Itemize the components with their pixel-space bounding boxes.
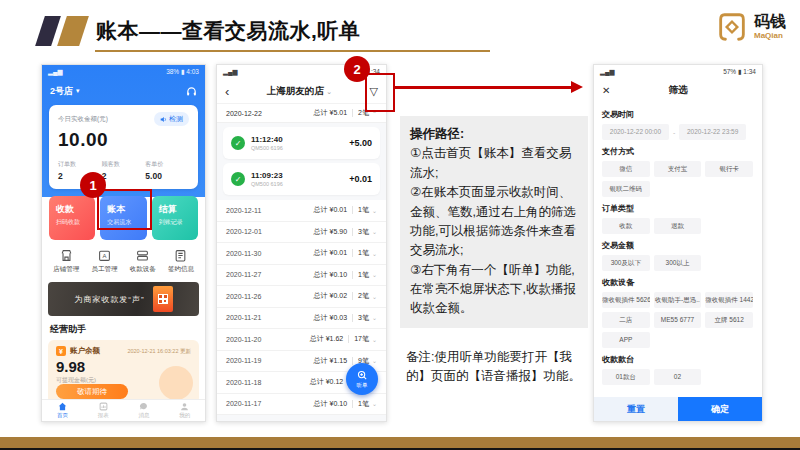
filter-chip[interactable]: 微收银插件 5626 [602, 292, 650, 308]
status-icons-right: 57% ▮ 1:34 [723, 68, 756, 76]
chevron-down-icon: ⌄ [372, 207, 377, 214]
day-row[interactable]: 2020-11-27总计 ¥0.101笔⌄ [217, 265, 386, 287]
day-summary-row[interactable]: 2020-12-22 总计 ¥5.01 2笔 ⌃ [217, 103, 386, 123]
deco-parallelogram-gold [57, 16, 89, 46]
day-row[interactable]: 2020-11-17总计 ¥0.101笔⌄ [217, 394, 386, 416]
day-row[interactable]: 2020-11-20总计 ¥1.6217笔⌄ [217, 329, 386, 351]
home-icon [58, 402, 67, 411]
profile-icon [180, 402, 189, 411]
filter-chip[interactable]: 立牌 5612 [705, 312, 753, 328]
wechat-pay-icon: ✓ [231, 136, 245, 150]
storefront-icon [60, 249, 73, 262]
coming-soon-button[interactable]: 敬请期待 [56, 384, 128, 399]
filter-chip[interactable]: 微信 [602, 161, 650, 177]
operation-path-notes: 操作路径: ①点击首页【账本】查看交易流水; ②在账本页面显示收款时间、金额、笔… [400, 116, 588, 328]
notes-step2: ②在账本页面显示收款时间、金额、笔数,通过右上角的筛选功能,可以根据筛选条件来查… [410, 185, 576, 257]
tab-messages[interactable]: 消息 [124, 400, 165, 421]
remark-note: 备注:使用听单功能要打开【我的】页面的【语音播报】功能。 [406, 348, 586, 387]
action-collect[interactable]: 收款 扫码收款 [49, 196, 95, 240]
slide: 账本——查看交易流水,听单 码钱 MaQian ▂▄▆ 38% ▮ 4:03 2… [0, 0, 800, 450]
headset-icon[interactable] [186, 86, 197, 97]
day-row[interactable]: 2020-11-30总计 ¥0.011笔⌄ [217, 243, 386, 265]
action-settlement[interactable]: 结算 到账记录 [152, 196, 198, 240]
tx-device: QM500 6196 [251, 181, 343, 187]
chevron-down-icon: ⌄ [372, 271, 377, 278]
filter-chip[interactable]: 退款 [654, 218, 702, 234]
shortcut-store-mgmt[interactable]: 店铺管理 [53, 249, 79, 274]
reset-button[interactable]: 重置 [594, 397, 678, 421]
balance-card: ¥ 账户余额 2020-12-21 16:03:22 更新 9.98 可提现金额… [48, 340, 199, 404]
filter-chip[interactable]: 支付宝 [654, 161, 702, 177]
status-bar: ▂▄▆ 57% ▮ 1:34 [594, 65, 762, 79]
time-to-chip[interactable]: 2020-12-22 23:59 [679, 124, 746, 140]
deco-parallelogram-navy [35, 16, 61, 46]
message-icon [139, 402, 148, 411]
stat-avg-ticket: 客单价 5.00 [145, 160, 189, 181]
tx-time: 11:12:40 [251, 135, 343, 144]
filter-chip[interactable]: 二店 [602, 312, 650, 328]
logo-text-en: MaQian [754, 32, 786, 40]
filter-chip[interactable]: 300及以下 [602, 255, 650, 271]
bottom-nav: 首页 报表 消息 我的 [42, 399, 205, 421]
filter-chip[interactable]: 01款台 [602, 369, 650, 385]
transaction-item[interactable]: ✓ 11:12:40 QM500 6196 +5.00 [223, 127, 380, 159]
staff-badge-icon: A [98, 249, 111, 262]
filter-chip[interactable]: 银行卡 [705, 161, 753, 177]
shortcut-staff-mgmt[interactable]: A 员工管理 [91, 249, 117, 274]
step-2-badge: 2 [344, 56, 370, 82]
chevron-down-icon: ⌄ [372, 228, 377, 235]
filter-chip[interactable]: ME55 6777 [654, 312, 702, 328]
status-bar: ▂▄▆ 38% ▮ 4:03 [42, 65, 205, 79]
status-icons-right: 38% ▮ 4:03 [166, 68, 199, 76]
chevron-down-icon: ⌄ [372, 314, 377, 321]
detect-button[interactable]: 检测 [154, 112, 189, 126]
day-row[interactable]: 2020-11-21总计 ¥0.033笔⌄ [217, 308, 386, 330]
time-from-chip[interactable]: 2020-12-22 00:00 [602, 124, 669, 140]
shortcut-devices[interactable]: 收款设备 [130, 249, 156, 274]
tab-home[interactable]: 首页 [42, 400, 83, 421]
annotation-arrow-head [571, 81, 583, 93]
chevron-down-icon: ⌄ [326, 88, 332, 95]
filter-chip[interactable]: 收款 [602, 218, 650, 234]
filter-chip[interactable]: APP [602, 332, 650, 348]
section-amount-label: 交易金额 [602, 240, 754, 251]
tab-reports[interactable]: 报表 [83, 400, 124, 421]
day-row[interactable]: 2020-11-26总计 ¥0.022笔⌄ [217, 286, 386, 308]
page-title: 账本——查看交易流水,听单 [96, 17, 360, 45]
filter-chip[interactable]: 收银助手-思迅.. [654, 292, 702, 308]
stat-customers: 顾客数 2 [102, 160, 146, 181]
day-row[interactable]: 2020-12-01总计 ¥5.903笔⌄ [217, 222, 386, 244]
filter-chip[interactable]: 02 [654, 369, 702, 385]
filter-chip[interactable]: 300以上 [654, 255, 702, 271]
maqian-emblem-icon [715, 10, 749, 44]
shop-title[interactable]: 上海朋友的店 [267, 85, 324, 96]
range-dash: - [673, 129, 675, 136]
wallet-icon: ¥ [56, 346, 66, 356]
notes-step1: ①点击首页【账本】查看交易流水; [410, 146, 571, 179]
filter-chip[interactable]: 银联二维码 [602, 181, 650, 197]
sound-promo-banner[interactable]: 为商家收款发“声” [48, 282, 199, 316]
fab-label: 听单 [357, 382, 368, 389]
annotation-arrow [395, 86, 571, 89]
transaction-item[interactable]: ✓ 11:09:23 QM500 6196 +0.01 [223, 163, 380, 195]
income-card: 今日实收金额(元) 检测 10.00 订单数 2 [49, 105, 198, 189]
assistant-section-title: 经营助手 [50, 323, 197, 336]
footer-gold-bar [0, 437, 800, 448]
day-row[interactable]: 2020-12-11总计 ¥0.011笔⌄ [217, 200, 386, 222]
highlight-box-funnel [365, 73, 395, 112]
tab-profile[interactable]: 我的 [164, 400, 205, 421]
filter-chip[interactable]: 微收银插件 1442 [705, 292, 753, 308]
status-icons-left: ▂▄▆ [223, 68, 238, 76]
section-device-label: 收款设备 [602, 277, 754, 288]
confirm-button[interactable]: 确定 [678, 397, 762, 421]
listen-order-fab[interactable]: 听单 [346, 363, 378, 395]
screenshot-filter: ▂▄▆ 57% ▮ 1:34 ✕ 筛选 交易时间 2020-12-22 00:0… [593, 64, 763, 422]
tx-time: 11:09:23 [251, 171, 343, 180]
close-icon[interactable]: ✕ [602, 85, 622, 96]
step-1-badge: 1 [80, 172, 106, 198]
store-selector[interactable]: 2号店 [50, 85, 73, 98]
chevron-down-icon: ⌄ [372, 400, 377, 407]
shortcut-contract[interactable]: 签约信息 [168, 249, 194, 274]
income-label: 今日实收金额(元) [58, 115, 108, 124]
balance-label: 账户余额 [70, 346, 100, 356]
